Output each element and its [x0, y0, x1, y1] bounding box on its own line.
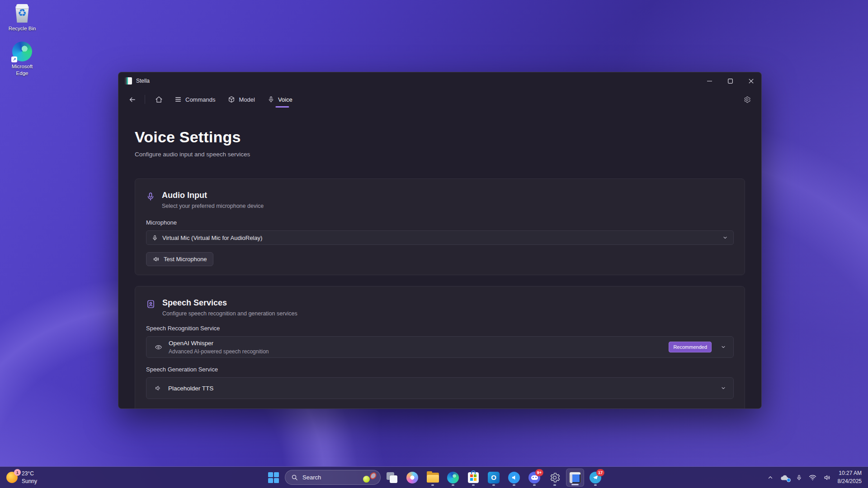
- recognition-service-name: OpenAI Whisper: [169, 340, 269, 347]
- stella-window: Stella Commands Model: [118, 72, 762, 409]
- speech-recognition-label: Speech Recognition Service: [146, 325, 734, 332]
- card-subtitle: Configure speech recognition and generat…: [162, 310, 297, 317]
- desktop-icon-microsoft-edge[interactable]: ↗ Microsoft Edge: [3, 42, 42, 76]
- search-daily-image-icon: [363, 472, 377, 483]
- tray-time: 10:27 AM: [838, 469, 862, 477]
- card-subtitle: Select your preferred microphone device: [162, 203, 264, 209]
- tab-model[interactable]: Model: [222, 93, 260, 106]
- tab-label: Model: [239, 96, 255, 103]
- speech-services-card: Speech Services Configure speech recogni…: [135, 286, 745, 409]
- taskbar-stella-active[interactable]: [566, 469, 584, 487]
- settings-gear-icon: [549, 472, 561, 483]
- shortcut-arrow-icon: ↗: [11, 56, 17, 62]
- search-box[interactable]: Search: [285, 470, 381, 485]
- search-icon: [291, 474, 298, 481]
- tab-label: Voice: [278, 96, 292, 103]
- maximize-button[interactable]: [720, 72, 741, 89]
- stella-app-icon: [569, 472, 581, 483]
- taskbar-outlook[interactable]: O: [485, 469, 503, 487]
- tab-label: Commands: [185, 96, 215, 103]
- stella-app-icon: [125, 77, 132, 84]
- settings-button[interactable]: [740, 93, 754, 106]
- taskbar-settings[interactable]: [546, 469, 564, 487]
- microphone-icon: [152, 235, 158, 241]
- taskbar-task-view[interactable]: [383, 469, 401, 487]
- close-icon: [749, 79, 754, 84]
- desktop-icon-recycle-bin[interactable]: ♻ Recycle Bin: [3, 4, 42, 32]
- page-subtitle: Configure audio input and speech service…: [135, 151, 745, 158]
- edge-browser-icon: ↗: [12, 42, 32, 61]
- app-navbar: Commands Model Voice: [118, 89, 761, 109]
- telegram-notification-badge: 17: [596, 469, 604, 476]
- window-title: Stella: [136, 78, 150, 84]
- taskbar-telegram[interactable]: 17: [586, 469, 604, 487]
- page-title: Voice Settings: [135, 128, 745, 146]
- test-microphone-button[interactable]: Test Microphone: [146, 252, 213, 266]
- desktop-icon-label: Recycle Bin: [5, 25, 39, 32]
- chevron-down-icon: [722, 235, 728, 240]
- weather-widget[interactable]: 1 23°C Sunny: [6, 467, 37, 488]
- weather-badge: 1: [14, 469, 21, 476]
- task-view-icon: [387, 472, 397, 483]
- start-button[interactable]: [264, 469, 283, 487]
- taskbar-copilot[interactable]: [403, 469, 421, 487]
- taskbar-audiorelay[interactable]: [505, 469, 523, 487]
- recycle-bin-icon: ♻: [13, 4, 31, 23]
- taskbar-edge[interactable]: [444, 469, 462, 487]
- taskbar-file-explorer[interactable]: [424, 469, 442, 487]
- tab-commands[interactable]: Commands: [169, 93, 221, 106]
- edge-browser-icon: [447, 472, 459, 483]
- sunny-weather-icon: 1: [6, 472, 18, 483]
- taskbar-microsoft-store[interactable]: [464, 469, 482, 487]
- card-title: Speech Services: [162, 298, 297, 308]
- microphone-icon: [268, 96, 274, 103]
- back-button[interactable]: [125, 93, 139, 106]
- microphone-select[interactable]: Virtual Mic (Virtual Mic for AudioRelay): [146, 230, 734, 245]
- file-explorer-icon: [427, 473, 439, 483]
- audio-input-card: Audio Input Select your preferred microp…: [135, 178, 745, 275]
- gear-icon: [743, 96, 751, 103]
- selected-microphone-value: Virtual Mic (Virtual Mic for AudioRelay): [162, 235, 262, 241]
- microsoft-store-icon: [468, 472, 479, 483]
- weather-temperature: 23°C: [22, 470, 37, 478]
- page-content: Voice Settings Configure audio input and…: [118, 109, 761, 408]
- tray-date: 8/24/2025: [838, 478, 862, 485]
- cube-icon: [228, 96, 235, 103]
- recognition-eye-icon: [155, 343, 162, 351]
- wifi-icon[interactable]: [809, 474, 816, 481]
- user-card-icon: [146, 299, 156, 317]
- chevron-down-icon: [721, 344, 726, 350]
- speech-generation-label: Speech Generation Service: [146, 366, 734, 373]
- test-microphone-label: Test Microphone: [164, 256, 207, 263]
- tab-home[interactable]: [151, 93, 167, 106]
- outlook-icon: O: [488, 472, 500, 483]
- speech-recognition-select[interactable]: OpenAI Whisper Advanced AI-powered speec…: [146, 336, 734, 358]
- tts-speaker-icon: [155, 385, 162, 392]
- speech-generation-select[interactable]: Placeholder TTS: [146, 377, 734, 399]
- tray-chevron-up-icon[interactable]: [767, 474, 774, 481]
- home-icon: [155, 96, 163, 103]
- weather-condition: Sunny: [22, 478, 37, 485]
- card-title: Audio Input: [162, 191, 264, 200]
- discord-notification-badge: 9+: [535, 469, 543, 476]
- titlebar[interactable]: Stella: [118, 72, 761, 89]
- onedrive-cloud-icon[interactable]: [780, 474, 789, 481]
- close-button[interactable]: [741, 72, 761, 89]
- microphone-field-label: Microphone: [146, 219, 734, 226]
- arrow-left-icon: [128, 96, 136, 103]
- tray-clock[interactable]: 10:27 AM 8/24/2025: [838, 469, 862, 485]
- minimize-button[interactable]: [699, 72, 720, 89]
- desktop-icon-label: Microsoft Edge: [5, 63, 39, 76]
- windows-logo-icon: [268, 472, 279, 483]
- copilot-icon: [406, 472, 418, 483]
- generation-service-name: Placeholder TTS: [168, 385, 213, 392]
- taskbar-discord[interactable]: 9+: [525, 469, 543, 487]
- search-placeholder: Search: [302, 474, 359, 481]
- tab-voice[interactable]: Voice: [262, 93, 298, 106]
- microphone-icon: [146, 192, 155, 209]
- tray-microphone-icon[interactable]: [796, 474, 802, 481]
- recommended-badge: Recommended: [669, 342, 712, 352]
- nav-divider: [145, 95, 145, 104]
- volume-icon[interactable]: [823, 474, 831, 481]
- recognition-service-description: Advanced AI-powered speech recognition: [169, 348, 269, 355]
